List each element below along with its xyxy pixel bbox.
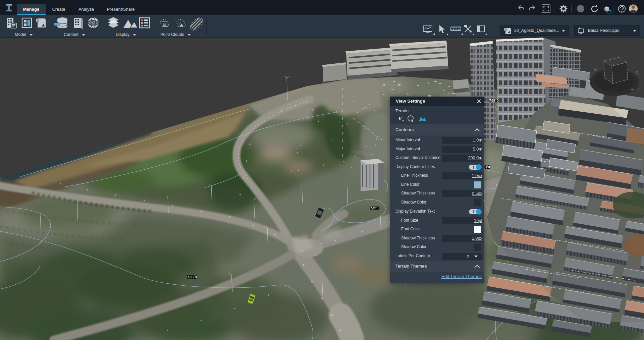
svg-text:735.0: 735.0 [187,275,197,279]
svg-text:745.0: 745.0 [489,99,499,103]
svg-text:fx: fx [402,119,405,122]
svg-text:0.0: 0.0 [485,165,490,169]
svg-text:735.0: 735.0 [370,206,380,210]
